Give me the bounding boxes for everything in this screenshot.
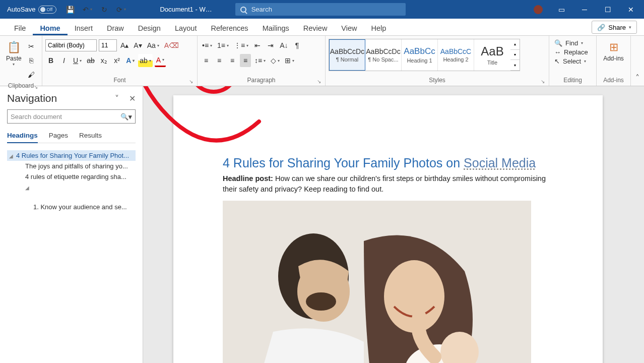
tab-view[interactable]: View	[334, 21, 364, 35]
cut-button[interactable]: ✂	[26, 40, 37, 53]
minimize-button[interactable]: ─	[573, 0, 596, 19]
copy-button[interactable]: ⎘	[26, 54, 37, 67]
paragraph-launcher[interactable]: ↘	[317, 79, 321, 84]
tree-heading-4[interactable]: ◢	[7, 182, 136, 193]
heading-link[interactable]: Social Media	[464, 156, 536, 170]
sort-button[interactable]: A↓	[278, 39, 289, 52]
tab-references[interactable]: References	[204, 21, 255, 35]
navigation-title: Navigation	[7, 92, 57, 104]
line-spacing-button[interactable]: ↕≡	[253, 54, 267, 67]
nav-tab-headings[interactable]: Headings	[7, 132, 38, 143]
align-center-button[interactable]: ≡	[214, 54, 225, 67]
font-color-button[interactable]: A	[155, 54, 166, 67]
font-size-input[interactable]	[99, 39, 117, 51]
nav-tab-pages[interactable]: Pages	[49, 132, 68, 143]
bullets-button[interactable]: •≡	[201, 39, 214, 52]
style-title[interactable]: AaBTitle	[474, 39, 510, 71]
tab-review[interactable]: Review	[296, 21, 335, 35]
record-indicator	[527, 0, 549, 19]
decrease-indent-button[interactable]: ⇤	[252, 39, 263, 52]
document-heading[interactable]: 4 Rules for Sharing Your Family Photos o…	[223, 156, 553, 170]
nav-close-button[interactable]: ✕	[129, 94, 136, 103]
ribbon-display-options[interactable]: ▭	[550, 0, 572, 19]
document-area[interactable]: 4 Rules for Sharing Your Family Photos o…	[143, 86, 644, 363]
ribbon: 📋 Paste ▾ ✂ ⎘ 🖌 Clipboard↘ A▴ A▾ Aa A⌫	[0, 36, 644, 86]
nav-search-input[interactable]: Search document 🔍▾	[7, 109, 136, 124]
cursor-icon: ↖	[554, 57, 560, 65]
select-button[interactable]: ↖Select▾	[552, 57, 593, 66]
tab-insert[interactable]: Insert	[68, 21, 100, 35]
tree-heading-2[interactable]: The joys and pitfalls of sharing yo...	[7, 161, 136, 171]
tab-file[interactable]: File	[7, 21, 33, 35]
tab-draw[interactable]: Draw	[100, 21, 131, 35]
bold-button[interactable]: B	[45, 54, 56, 67]
strikethrough-button[interactable]: ab	[85, 54, 96, 67]
navigation-pane: Navigation ˅ ✕ Search document 🔍▾ Headin…	[0, 86, 143, 363]
italic-button[interactable]: I	[58, 54, 70, 67]
document-page[interactable]: 4 Rules for Sharing Your Family Photos o…	[173, 95, 603, 363]
format-painter-button[interactable]: 🖌	[26, 68, 37, 81]
numbering-button[interactable]: 1≡	[216, 39, 230, 52]
tree-heading-5[interactable]: 1. Know your audience and se...	[7, 202, 136, 212]
text-effects-button[interactable]: A	[124, 54, 136, 67]
grow-font-button[interactable]: A▴	[119, 39, 130, 52]
undo-button[interactable]: ↶	[81, 3, 94, 16]
nav-options-button[interactable]: ˅	[115, 94, 119, 103]
tab-mailings[interactable]: Mailings	[255, 21, 296, 35]
highlight-button[interactable]: ab	[138, 54, 153, 67]
tab-layout[interactable]: Layout	[168, 21, 204, 35]
clear-formatting-button[interactable]: A⌫	[163, 39, 180, 52]
font-name-input[interactable]	[45, 39, 97, 51]
style-no-spacing[interactable]: AaBbCcDc¶ No Spac...	[365, 39, 402, 71]
collapse-ribbon-button[interactable]: ˄	[631, 36, 644, 86]
increase-indent-button[interactable]: ⇥	[265, 39, 276, 52]
document-image[interactable]	[223, 201, 531, 363]
style-heading-2[interactable]: AaBbCcCHeading 2	[438, 39, 474, 71]
shrink-font-button[interactable]: A▾	[132, 39, 143, 52]
justify-button[interactable]: ≡	[240, 54, 251, 67]
styles-launcher[interactable]: ↘	[541, 79, 545, 84]
underline-button[interactable]: U	[72, 54, 83, 67]
close-window-button[interactable]: ✕	[620, 0, 642, 19]
sync-button[interactable]: ⟳	[115, 3, 127, 16]
tree-heading-1[interactable]: ◢4 Rules for Sharing Your Family Phot...	[7, 150, 136, 161]
search-icon: 🔍	[554, 39, 562, 47]
nav-tab-results[interactable]: Results	[79, 132, 102, 143]
style-normal[interactable]: AaBbCcDc¶ Normal	[329, 39, 365, 71]
find-button[interactable]: 🔍Find▾	[552, 39, 593, 47]
tab-help[interactable]: Help	[364, 21, 394, 35]
font-launcher[interactable]: ↘	[189, 79, 193, 84]
svg-point-8	[190, 86, 237, 92]
multilevel-list-button[interactable]: ⋮≡	[232, 39, 250, 52]
paste-button[interactable]: 📋 Paste ▾	[3, 39, 25, 69]
search-icon	[240, 7, 246, 13]
tab-home[interactable]: Home	[33, 21, 67, 35]
change-case-button[interactable]: Aa	[146, 39, 161, 52]
styles-expand[interactable]: ▾	[510, 60, 520, 71]
align-left-button[interactable]: ≡	[201, 54, 212, 67]
styles-scroll-up[interactable]: ▴	[510, 39, 520, 50]
title-search[interactable]: Search	[235, 3, 406, 16]
tree-heading-3[interactable]: 4 rules of etiquette regarding sha...	[7, 171, 136, 182]
align-right-button[interactable]: ≡	[227, 54, 238, 67]
redo-button[interactable]: ↻	[99, 3, 110, 16]
autosave-label: AutoSave	[7, 6, 35, 13]
document-body[interactable]: Headline post: How can we share our chil…	[223, 173, 553, 195]
addins-button[interactable]: ⊞ Add-ins	[600, 37, 627, 64]
subscript-button[interactable]: x₂	[98, 54, 109, 67]
maximize-button[interactable]: ☐	[597, 0, 619, 19]
autosave-toggle[interactable]: AutoSave Off	[7, 6, 56, 14]
borders-button[interactable]: ⊞	[283, 54, 296, 67]
replace-button[interactable]: ↔Replace	[552, 48, 593, 56]
shading-button[interactable]: ◇	[269, 54, 281, 67]
tab-design[interactable]: Design	[131, 21, 168, 35]
addins-icon: ⊞	[609, 41, 618, 54]
style-heading-1[interactable]: AaBbCcHeading 1	[402, 39, 438, 71]
clipboard-launcher[interactable]: ↘	[34, 84, 38, 90]
styles-gallery[interactable]: AaBbCcDc¶ Normal AaBbCcDc¶ No Spac... Aa…	[329, 39, 520, 71]
show-marks-button[interactable]: ¶	[292, 39, 303, 52]
save-icon[interactable]: 💾	[65, 3, 76, 16]
styles-scroll-down[interactable]: ▾	[510, 50, 520, 60]
superscript-button[interactable]: x²	[111, 54, 122, 67]
share-button[interactable]: 🔗 Share ▾	[592, 21, 637, 34]
